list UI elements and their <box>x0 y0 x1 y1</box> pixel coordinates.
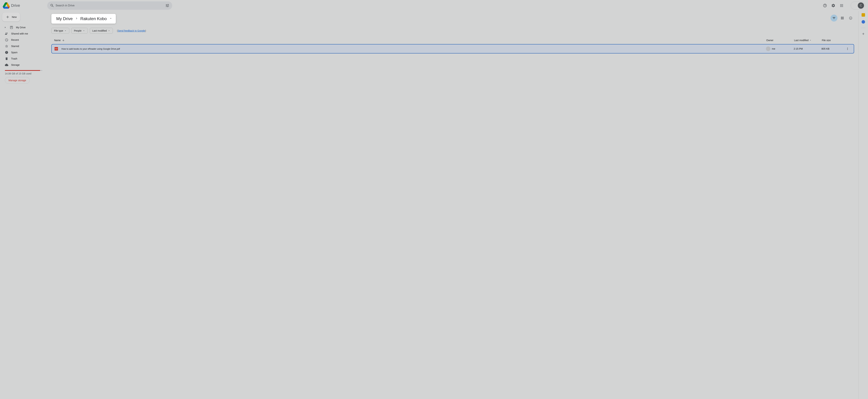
drive-icon <box>10 26 13 29</box>
sidebar-item-my-drive[interactable]: My Drive <box>2 24 45 31</box>
tune-icon[interactable] <box>164 2 171 9</box>
feedback-link[interactable]: Send feedback to Google <box>118 29 145 32</box>
sidebar-item-shared[interactable]: Shared with me <box>2 31 45 37</box>
chevron-down-icon <box>809 39 812 41</box>
view-actions <box>831 14 854 22</box>
sidebar-item-spam[interactable]: Spam <box>2 49 45 56</box>
search-bar[interactable] <box>47 1 172 10</box>
column-modified[interactable]: Last modified <box>794 39 822 42</box>
people-icon <box>5 32 8 35</box>
feedback-text: (Send feedback to Google) <box>117 29 146 32</box>
account-switcher[interactable]: C <box>850 2 865 9</box>
content-area: My Drive Rakuten Kobo File type <box>47 11 858 399</box>
chip-label: People <box>74 29 82 32</box>
chevron-down-icon <box>108 30 110 32</box>
nav-label: Storage <box>11 63 20 66</box>
file-owner: me <box>766 47 794 51</box>
help-icon[interactable] <box>822 2 829 9</box>
file-size: 805 KB <box>822 48 844 50</box>
nav-label: My Drive <box>16 26 26 29</box>
breadcrumb-root[interactable]: My Drive <box>55 16 74 22</box>
new-button[interactable]: New <box>2 12 20 22</box>
column-size[interactable]: File size <box>822 39 844 42</box>
breadcrumb-current[interactable]: Rakuten Kobo <box>79 16 108 22</box>
search-input[interactable] <box>56 4 164 7</box>
sidebar-item-trash[interactable]: Trash <box>2 56 45 62</box>
filter-toolbar: File type People Last modified (Send fee… <box>51 28 854 34</box>
last-modified-chip[interactable]: Last modified <box>90 28 113 34</box>
settings-icon[interactable] <box>830 2 837 9</box>
owner-avatar-icon <box>766 47 770 51</box>
sidebar: New My Drive Shared with me Recent Starr… <box>0 11 47 399</box>
search-icon[interactable] <box>49 2 56 9</box>
column-name[interactable]: Name <box>54 39 766 42</box>
people-chip[interactable]: People <box>71 28 88 34</box>
nav-label: Recent <box>11 38 19 41</box>
header-actions: C <box>816 2 865 9</box>
file-name: How to add books to your eReader using G… <box>61 48 766 50</box>
column-owner[interactable]: Owner <box>766 39 794 42</box>
chevron-right-icon <box>75 17 78 21</box>
keep-icon[interactable] <box>862 13 865 17</box>
drive-logo-icon <box>3 2 10 9</box>
file-type-chip[interactable]: File type <box>51 28 69 34</box>
apps-icon[interactable] <box>838 2 845 9</box>
sidebar-item-storage[interactable]: Storage <box>2 62 45 68</box>
chip-label: File type <box>54 29 63 32</box>
sort-down-icon <box>62 39 65 42</box>
cloud-icon <box>5 63 8 67</box>
side-panel <box>858 11 868 399</box>
storage-fill <box>5 70 40 71</box>
manage-storage-button[interactable]: Manage storage <box>5 77 30 84</box>
grid-view-icon[interactable] <box>839 14 846 22</box>
storage-bar <box>5 70 42 71</box>
star-icon <box>5 44 8 48</box>
header: Drive C <box>0 0 868 11</box>
chip-label: Last modified <box>92 29 107 32</box>
new-button-label: New <box>12 16 17 19</box>
clock-icon <box>5 38 8 42</box>
divider <box>861 28 865 28</box>
nav-label: Spam <box>11 51 18 54</box>
sidebar-item-recent[interactable]: Recent <box>2 37 45 43</box>
chevron-down-icon <box>83 30 85 32</box>
chevron-down-icon <box>64 30 67 32</box>
file-row[interactable]: PDF How to add books to your eReader usi… <box>51 44 854 54</box>
spam-icon <box>5 51 8 54</box>
pdf-icon: PDF <box>55 47 58 51</box>
nav-label: Shared with me <box>11 32 28 35</box>
plus-icon[interactable] <box>862 32 865 36</box>
breadcrumb: My Drive Rakuten Kobo <box>51 14 116 24</box>
info-icon[interactable] <box>847 14 854 22</box>
sidebar-item-starred[interactable]: Starred <box>2 43 45 49</box>
table-header: Name Owner Last modified File size <box>51 36 854 44</box>
app-name: Drive <box>11 3 20 8</box>
logo-area[interactable]: Drive <box>3 2 47 9</box>
chevron-down-icon[interactable] <box>109 17 112 21</box>
storage-text: 14.08 GB of 15 GB used <box>2 72 45 77</box>
plus-icon <box>5 15 10 19</box>
file-modified: 2:15 PM <box>794 48 822 50</box>
filter-icon[interactable] <box>831 14 837 22</box>
nav-label: Starred <box>11 45 19 48</box>
nav-label: Trash <box>11 57 17 60</box>
expand-icon <box>3 26 7 29</box>
contacts-icon[interactable] <box>862 20 865 24</box>
avatar: C <box>858 2 864 9</box>
trash-icon <box>5 57 8 60</box>
more-actions-icon[interactable] <box>844 47 851 51</box>
